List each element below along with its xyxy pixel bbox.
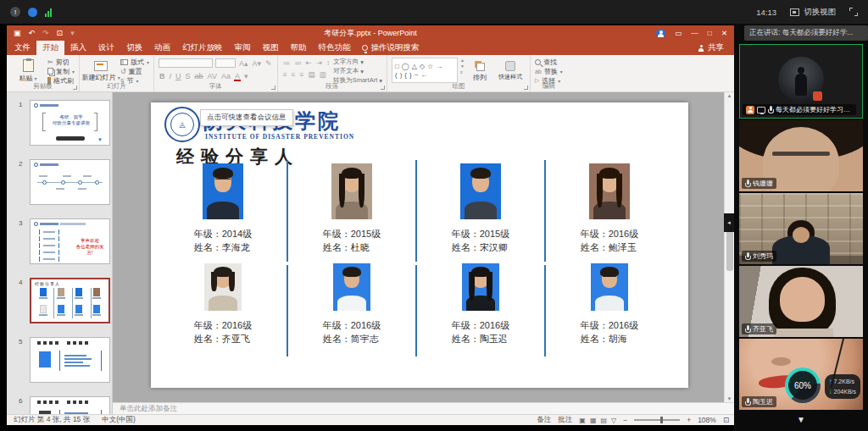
zoom-in-button[interactable]: + [687,416,691,424]
slide-sorter-icon[interactable]: ▦ [590,417,597,424]
shapes-scroll[interactable]: ▲▼≡ [460,58,465,75]
maximize-button[interactable]: □ [708,29,712,37]
char-spacing-icon[interactable]: AV [207,72,218,80]
reading-view-icon[interactable]: ▤ [600,417,607,424]
participant-tile-2[interactable]: 钱姗姗 [739,120,863,191]
underline-icon[interactable]: U [175,72,182,80]
find-button[interactable]: 查找 [535,58,563,66]
info-icon[interactable]: ! [10,7,20,17]
comments-toggle[interactable]: 批注 [558,415,572,425]
scroll-more-participants-arrow[interactable]: ▼ [734,415,868,424]
grow-font-icon[interactable]: A▴ [238,59,249,68]
decrease-indent-icon[interactable]: ⇤ [305,58,313,67]
minimize-button[interactable]: — [691,29,698,37]
tab-transitions[interactable]: 切换 [120,41,148,55]
zoom-out-button[interactable]: − [623,416,627,424]
cut-button[interactable]: ✂剪切 [47,58,75,66]
tab-insert[interactable]: 插入 [64,41,92,55]
scroll-up-icon[interactable]: ▲ [727,93,732,98]
layout-button[interactable]: 版式▾ [120,58,149,66]
align-text-button[interactable]: 对齐文本▾ [333,67,382,75]
ribbon-options-icon[interactable]: ▭ [675,29,682,37]
normal-view-icon[interactable]: ▣ [579,417,586,424]
tab-animations[interactable]: 动画 [148,41,176,55]
dialog-launcher-icon[interactable] [524,86,528,90]
dialog-launcher-icon[interactable] [73,86,77,90]
slide-thumbnail-6[interactable] [30,396,110,414]
slide-thumbnail-4-selected[interactable]: 经验分享人 [30,278,110,323]
tab-slideshow[interactable]: 幻灯片放映 [176,41,229,55]
participant-tile-5[interactable]: 60% ↑7.2KB/s ↓204KB/s 陶玉迟 [739,339,863,410]
numbering-icon[interactable]: ≕ [293,58,303,67]
undo-icon[interactable]: ↶ [29,29,36,37]
participant-tile-1[interactable]: 每天都必须要好好学习的任薇... [739,44,863,119]
font-name-select[interactable] [159,58,213,68]
bullets-icon[interactable]: ≔ [282,58,292,67]
slideshow-icon[interactable]: ⊡ [57,29,64,37]
slide-thumbnail-2[interactable] [30,159,110,205]
line-spacing-icon[interactable]: ↕ [326,58,331,67]
sidebar-collapse-handle[interactable]: ◂ [724,213,734,232]
align-center-icon[interactable]: ≡ [291,70,297,79]
reset-button[interactable]: ↺重置 [120,67,149,75]
participant-tile-3[interactable]: 刘秀玛 [739,193,863,264]
slide-canvas[interactable]: ◬ 防灾科技学院 INSTITUTE OF DISASTER PREVENTIO… [151,102,688,388]
change-case-icon[interactable]: Aa [220,72,231,80]
share-button[interactable]: 共享 [698,41,724,55]
notes-pane[interactable]: 单击此处添加备注 [113,402,734,414]
increase-indent-icon[interactable]: ⇥ [315,58,323,67]
dialog-launcher-icon[interactable] [381,86,385,90]
participant-tile-4[interactable]: 齐亚飞 [739,266,863,337]
slide-thumbnail-3[interactable]: 掌声欢迎各位老师的发言! [30,218,110,264]
network-signal-icon[interactable] [45,8,52,17]
tab-features[interactable]: 特色功能 [313,41,357,55]
strikethrough-icon[interactable]: ab [194,72,204,80]
slide-thumbnail-1[interactable]: 考研、留学经验分享专题讲座 ▼ [30,100,110,146]
bold-icon[interactable]: B [159,72,166,80]
language-indicator[interactable]: 中文(中国) [102,415,136,425]
tell-me-search[interactable]: 操作说明搜索 [362,41,420,55]
tab-home[interactable]: 开始 [36,41,64,55]
paste-button[interactable]: 粘贴 ▾ [11,58,45,85]
tab-help[interactable]: 帮助 [285,41,313,55]
save-icon[interactable]: ▣ [14,29,21,37]
tab-design[interactable]: 设计 [92,41,120,55]
arrange-button[interactable]: 排列 [467,58,492,85]
fullscreen-icon[interactable] [849,8,858,16]
new-slide-button[interactable]: 新建幻灯片 ▾ [84,58,118,85]
columns-icon[interactable]: ▥ [319,70,327,79]
zoom-slider-thumb[interactable] [660,417,663,423]
dialog-launcher-icon[interactable] [271,86,275,90]
shapes-gallery[interactable]: □◯△◇☆→ (){}~← [392,58,458,83]
quick-styles-button[interactable]: 快速样式 [495,58,526,85]
switch-view-button[interactable]: 切换视图 [790,7,836,18]
zoom-level[interactable]: 108% [698,416,716,424]
zoom-slider[interactable] [634,419,680,421]
italic-icon[interactable]: I [169,72,173,80]
tab-file[interactable]: 文件 [8,41,36,55]
notes-toggle[interactable]: 备注 [537,415,551,425]
slideshow-view-icon[interactable]: ▽ [611,417,616,424]
vertical-scrollbar[interactable]: ▲ ▼ [724,92,734,402]
redo-icon[interactable]: ↷ [42,29,49,37]
shrink-font-icon[interactable]: A▾ [252,59,263,68]
copy-button[interactable]: 复制▾ [47,67,75,75]
tab-view[interactable]: 视图 [257,41,285,55]
fit-to-window-icon[interactable]: ⊡ [723,416,729,424]
tab-review[interactable]: 审阅 [229,41,257,55]
font-size-select[interactable] [215,58,236,68]
close-button[interactable]: ✕ [721,29,727,37]
text-direction-button[interactable]: 文字方向▾ [333,58,382,66]
align-left-icon[interactable]: ≡ [282,70,288,79]
clear-format-icon[interactable]: ✎ [264,59,273,68]
justify-icon[interactable]: ▤ [308,70,316,79]
shadow-icon[interactable]: S [185,72,192,80]
camera-status-icon[interactable] [28,8,37,17]
align-right-icon[interactable]: ≡ [299,70,305,79]
scroll-down-icon[interactable]: ▼ [727,396,732,401]
slide-thumbnail-5[interactable] [30,337,110,383]
qat-dropdown-icon[interactable]: ▾ [70,29,75,37]
replace-button[interactable]: ab替换▾ [535,67,563,75]
font-color-icon[interactable]: A [234,72,241,80]
account-avatar[interactable] [656,29,665,38]
